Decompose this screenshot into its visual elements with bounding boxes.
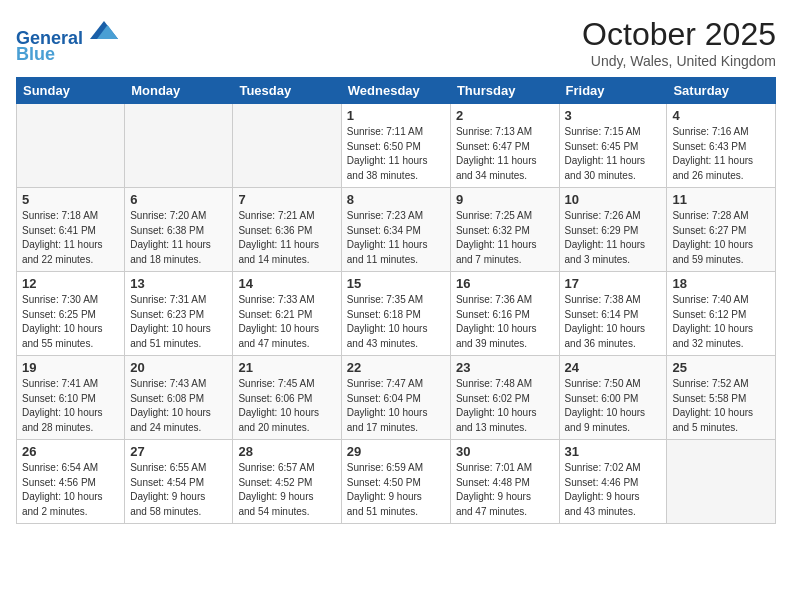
day-info: Sunrise: 7:40 AMSunset: 6:12 PMDaylight:… [672, 293, 770, 351]
day-number: 14 [238, 276, 335, 291]
calendar-cell: 19Sunrise: 7:41 AMSunset: 6:10 PMDayligh… [17, 356, 125, 440]
calendar-cell: 3Sunrise: 7:15 AMSunset: 6:45 PMDaylight… [559, 104, 667, 188]
calendar-cell: 31Sunrise: 7:02 AMSunset: 4:46 PMDayligh… [559, 440, 667, 524]
day-info: Sunrise: 7:43 AMSunset: 6:08 PMDaylight:… [130, 377, 227, 435]
day-info: Sunrise: 7:01 AMSunset: 4:48 PMDaylight:… [456, 461, 554, 519]
day-number: 23 [456, 360, 554, 375]
logo-icon [90, 16, 118, 44]
calendar-cell: 4Sunrise: 7:16 AMSunset: 6:43 PMDaylight… [667, 104, 776, 188]
col-header-sunday: Sunday [17, 78, 125, 104]
calendar-cell: 20Sunrise: 7:43 AMSunset: 6:08 PMDayligh… [125, 356, 233, 440]
day-info: Sunrise: 7:28 AMSunset: 6:27 PMDaylight:… [672, 209, 770, 267]
calendar-week-row: 26Sunrise: 6:54 AMSunset: 4:56 PMDayligh… [17, 440, 776, 524]
day-info: Sunrise: 7:35 AMSunset: 6:18 PMDaylight:… [347, 293, 445, 351]
day-number: 10 [565, 192, 662, 207]
location: Undy, Wales, United Kingdom [582, 53, 776, 69]
day-info: Sunrise: 7:48 AMSunset: 6:02 PMDaylight:… [456, 377, 554, 435]
day-number: 4 [672, 108, 770, 123]
day-number: 9 [456, 192, 554, 207]
title-block: October 2025 Undy, Wales, United Kingdom [582, 16, 776, 69]
day-info: Sunrise: 6:54 AMSunset: 4:56 PMDaylight:… [22, 461, 119, 519]
calendar-cell: 22Sunrise: 7:47 AMSunset: 6:04 PMDayligh… [341, 356, 450, 440]
day-number: 8 [347, 192, 445, 207]
calendar-week-row: 19Sunrise: 7:41 AMSunset: 6:10 PMDayligh… [17, 356, 776, 440]
calendar-cell [17, 104, 125, 188]
calendar-cell: 12Sunrise: 7:30 AMSunset: 6:25 PMDayligh… [17, 272, 125, 356]
calendar-cell [125, 104, 233, 188]
day-number: 26 [22, 444, 119, 459]
day-number: 2 [456, 108, 554, 123]
calendar-table: SundayMondayTuesdayWednesdayThursdayFrid… [16, 77, 776, 524]
day-number: 20 [130, 360, 227, 375]
day-info: Sunrise: 7:33 AMSunset: 6:21 PMDaylight:… [238, 293, 335, 351]
day-info: Sunrise: 7:20 AMSunset: 6:38 PMDaylight:… [130, 209, 227, 267]
col-header-monday: Monday [125, 78, 233, 104]
day-info: Sunrise: 7:31 AMSunset: 6:23 PMDaylight:… [130, 293, 227, 351]
day-number: 17 [565, 276, 662, 291]
calendar-cell: 1Sunrise: 7:11 AMSunset: 6:50 PMDaylight… [341, 104, 450, 188]
day-number: 7 [238, 192, 335, 207]
calendar-header-row: SundayMondayTuesdayWednesdayThursdayFrid… [17, 78, 776, 104]
day-info: Sunrise: 7:38 AMSunset: 6:14 PMDaylight:… [565, 293, 662, 351]
day-number: 12 [22, 276, 119, 291]
calendar-cell: 27Sunrise: 6:55 AMSunset: 4:54 PMDayligh… [125, 440, 233, 524]
day-info: Sunrise: 7:02 AMSunset: 4:46 PMDaylight:… [565, 461, 662, 519]
day-info: Sunrise: 7:23 AMSunset: 6:34 PMDaylight:… [347, 209, 445, 267]
calendar-cell: 15Sunrise: 7:35 AMSunset: 6:18 PMDayligh… [341, 272, 450, 356]
calendar-cell: 29Sunrise: 6:59 AMSunset: 4:50 PMDayligh… [341, 440, 450, 524]
month-title: October 2025 [582, 16, 776, 53]
calendar-cell: 6Sunrise: 7:20 AMSunset: 6:38 PMDaylight… [125, 188, 233, 272]
calendar-cell: 11Sunrise: 7:28 AMSunset: 6:27 PMDayligh… [667, 188, 776, 272]
col-header-tuesday: Tuesday [233, 78, 341, 104]
calendar-cell: 2Sunrise: 7:13 AMSunset: 6:47 PMDaylight… [450, 104, 559, 188]
calendar-week-row: 1Sunrise: 7:11 AMSunset: 6:50 PMDaylight… [17, 104, 776, 188]
calendar-cell: 18Sunrise: 7:40 AMSunset: 6:12 PMDayligh… [667, 272, 776, 356]
day-info: Sunrise: 7:16 AMSunset: 6:43 PMDaylight:… [672, 125, 770, 183]
day-info: Sunrise: 7:18 AMSunset: 6:41 PMDaylight:… [22, 209, 119, 267]
day-number: 13 [130, 276, 227, 291]
col-header-friday: Friday [559, 78, 667, 104]
col-header-wednesday: Wednesday [341, 78, 450, 104]
day-number: 28 [238, 444, 335, 459]
calendar-week-row: 12Sunrise: 7:30 AMSunset: 6:25 PMDayligh… [17, 272, 776, 356]
day-number: 3 [565, 108, 662, 123]
calendar-cell: 24Sunrise: 7:50 AMSunset: 6:00 PMDayligh… [559, 356, 667, 440]
day-info: Sunrise: 7:41 AMSunset: 6:10 PMDaylight:… [22, 377, 119, 435]
calendar-cell: 21Sunrise: 7:45 AMSunset: 6:06 PMDayligh… [233, 356, 341, 440]
day-info: Sunrise: 7:13 AMSunset: 6:47 PMDaylight:… [456, 125, 554, 183]
day-info: Sunrise: 7:52 AMSunset: 5:58 PMDaylight:… [672, 377, 770, 435]
day-number: 18 [672, 276, 770, 291]
day-info: Sunrise: 6:57 AMSunset: 4:52 PMDaylight:… [238, 461, 335, 519]
day-info: Sunrise: 6:55 AMSunset: 4:54 PMDaylight:… [130, 461, 227, 519]
calendar-cell: 17Sunrise: 7:38 AMSunset: 6:14 PMDayligh… [559, 272, 667, 356]
day-info: Sunrise: 7:36 AMSunset: 6:16 PMDaylight:… [456, 293, 554, 351]
day-number: 16 [456, 276, 554, 291]
calendar-cell: 7Sunrise: 7:21 AMSunset: 6:36 PMDaylight… [233, 188, 341, 272]
day-number: 5 [22, 192, 119, 207]
calendar-cell: 30Sunrise: 7:01 AMSunset: 4:48 PMDayligh… [450, 440, 559, 524]
day-number: 6 [130, 192, 227, 207]
day-number: 15 [347, 276, 445, 291]
day-number: 30 [456, 444, 554, 459]
day-number: 27 [130, 444, 227, 459]
calendar-cell: 13Sunrise: 7:31 AMSunset: 6:23 PMDayligh… [125, 272, 233, 356]
day-number: 19 [22, 360, 119, 375]
calendar-week-row: 5Sunrise: 7:18 AMSunset: 6:41 PMDaylight… [17, 188, 776, 272]
day-number: 21 [238, 360, 335, 375]
day-number: 25 [672, 360, 770, 375]
calendar-cell: 25Sunrise: 7:52 AMSunset: 5:58 PMDayligh… [667, 356, 776, 440]
calendar-cell: 16Sunrise: 7:36 AMSunset: 6:16 PMDayligh… [450, 272, 559, 356]
calendar-cell: 5Sunrise: 7:18 AMSunset: 6:41 PMDaylight… [17, 188, 125, 272]
day-number: 11 [672, 192, 770, 207]
calendar-cell: 26Sunrise: 6:54 AMSunset: 4:56 PMDayligh… [17, 440, 125, 524]
day-info: Sunrise: 7:26 AMSunset: 6:29 PMDaylight:… [565, 209, 662, 267]
col-header-thursday: Thursday [450, 78, 559, 104]
calendar-cell: 9Sunrise: 7:25 AMSunset: 6:32 PMDaylight… [450, 188, 559, 272]
day-info: Sunrise: 7:45 AMSunset: 6:06 PMDaylight:… [238, 377, 335, 435]
day-number: 31 [565, 444, 662, 459]
day-info: Sunrise: 7:11 AMSunset: 6:50 PMDaylight:… [347, 125, 445, 183]
calendar-cell [233, 104, 341, 188]
day-info: Sunrise: 7:25 AMSunset: 6:32 PMDaylight:… [456, 209, 554, 267]
calendar-cell: 14Sunrise: 7:33 AMSunset: 6:21 PMDayligh… [233, 272, 341, 356]
page-header: General Blue October 2025 Undy, Wales, U… [16, 16, 776, 69]
